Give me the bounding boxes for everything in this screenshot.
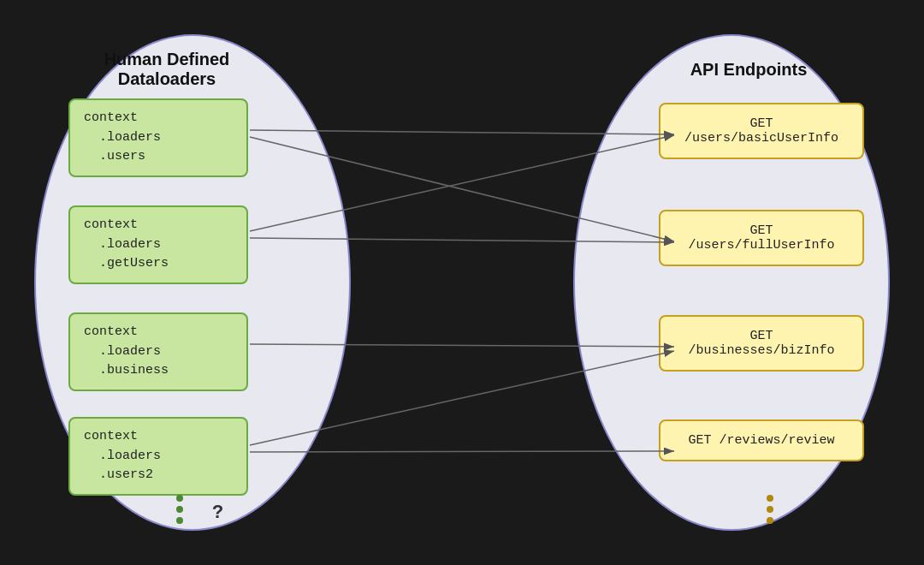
question-mark: ? (212, 503, 223, 524)
left-dot-3 (176, 517, 183, 524)
diagram: Human DefinedDataloaders API Endpoints c… (9, 9, 915, 556)
left-dot-2 (176, 506, 183, 513)
endpoint-box-4: GET /reviews/review (659, 419, 864, 461)
right-dot-3 (767, 517, 773, 524)
loader-box-1: context .loaders .users (68, 98, 248, 177)
right-dot-1 (767, 495, 773, 502)
right-title: API Endpoints (663, 60, 834, 80)
loader-box-4: context .loaders .users2 (68, 417, 248, 496)
endpoint-box-3: GET /businesses/bizInfo (659, 315, 864, 372)
loader-box-3: context .loaders .business (68, 312, 248, 391)
svg-line-7 (250, 451, 674, 452)
left-dots (176, 495, 183, 524)
left-dot-1 (176, 495, 183, 502)
right-dot-2 (767, 506, 773, 513)
endpoint-box-1: GET /users/basicUserInfo (659, 103, 864, 159)
right-dots (767, 495, 773, 524)
loader-box-2: context .loaders .getUsers (68, 205, 248, 284)
left-title: Human DefinedDataloaders (81, 50, 252, 89)
endpoint-box-2: GET /users/fullUserInfo (659, 210, 864, 266)
